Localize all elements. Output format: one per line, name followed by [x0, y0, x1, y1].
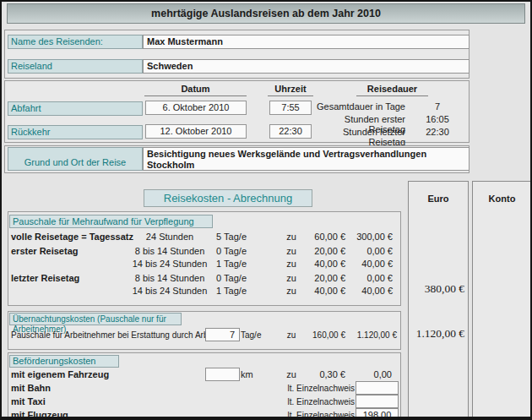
transport-row-note: lt. Einzelnachweis [280, 411, 355, 420]
column-header-date: Datum [144, 84, 247, 96]
transport-row-note: lt. Einzelnachweis [280, 384, 355, 395]
travel-expense-sheet: mehrtägige Auslandsreisen ab dem Jahr 20… [0, 0, 532, 420]
transport-bahn-input[interactable] [356, 381, 399, 395]
transport-section-header: Beförderungskosten [9, 355, 119, 368]
transport-flug-input[interactable]: 198,00 [356, 408, 399, 420]
transport-taxi-input[interactable] [356, 395, 399, 408]
column-header-time: Uhrzeit [268, 84, 313, 96]
meals-row-amount: 40,00 € [348, 259, 393, 270]
transport-km-unit: km [241, 369, 253, 379]
meals-row-rate: 40,00 € [297, 259, 345, 270]
reason-line1: Besichtigung neues Werksgelände und Vert… [147, 149, 465, 160]
euro-column-header: Euro [409, 194, 468, 204]
reason-label: Grund und Ort der Reise [8, 147, 143, 171]
country-field[interactable]: Schweden [143, 59, 470, 74]
reason-line2: Stockholm [147, 160, 465, 171]
duration-lastday-value: 22:30 [420, 127, 455, 139]
konto-column: Konto [472, 181, 532, 418]
lodging-unit-label: Tag/e [241, 330, 261, 340]
meals-row-label: letzter Reisetag [11, 273, 79, 283]
meals-row-rate: 60,00 € [297, 232, 345, 243]
transport-row-label: mit Flugzeug [11, 410, 68, 420]
meals-row-rate: 20,00 € [297, 273, 345, 285]
meals-section-header: Pauschale für Mehraufwand für Verpflegun… [9, 215, 213, 228]
return-label: Rückkehr [8, 125, 143, 139]
meals-row-days: 1 Tag/e [196, 286, 247, 297]
expense-section-title: Reisekosten - Abrechnung [144, 189, 312, 207]
lodging-section-header: Übernachtungskosten (Pauschale nur für A… [9, 313, 182, 325]
sheet-title: mehrtägige Auslandsreisen ab dem Jahr 20… [151, 8, 381, 19]
transport-car-amount: 0,00 [348, 369, 392, 381]
meals-row-days: 0 Tag/e [196, 273, 247, 285]
traveler-name-label: Name des Reisenden: [8, 35, 143, 49]
transport-row-label: mit Taxi [11, 396, 46, 406]
duration-total-label: Gesamtdauer in Tage [306, 101, 405, 113]
country-label: Reiseland [8, 59, 143, 74]
traveler-name-field[interactable]: Max Mustermann [143, 35, 470, 49]
sheet-title-bar: mehrtägige Auslandsreisen ab dem Jahr 20… [7, 3, 525, 24]
column-header-duration: Reisedauer [356, 84, 428, 96]
lodging-days-input[interactable]: 7 [205, 328, 240, 341]
euro-column: Euro 380,00 € 1.120,00 € [408, 181, 469, 418]
meals-row-rate: 20,00 € [297, 246, 345, 258]
return-date-field[interactable]: 12. Oktober 2010 [145, 124, 247, 139]
lodging-amount: 1.120,00 € [348, 330, 397, 342]
reason-field[interactable]: Besichtigung neues Werksgelände und Vert… [143, 147, 470, 171]
meals-row-amount: 40,00 € [348, 286, 393, 297]
transport-car-label: mit eigenem Fahrzeug [11, 369, 109, 379]
meals-row-amount: 0,00 € [348, 246, 393, 258]
meals-row-days: 5 Tag/e [196, 232, 247, 243]
duration-lastday-label: Stunden letzter Reisetag [306, 127, 405, 139]
duration-total-value: 7 [420, 101, 455, 113]
duration-firstday-label: Stunden erster Reisetag [306, 114, 405, 126]
lodging-euro-total: 1.120,00 € [409, 327, 464, 341]
lodging-rate: 160,00 € [297, 330, 345, 342]
duration-firstday-value: 16:05 [420, 114, 455, 126]
transport-car-rate: 0,30 € [297, 369, 345, 381]
departure-date-field[interactable]: 6. Oktober 2010 [145, 101, 247, 115]
meals-row-label: volle Reisetage = Tagessatz [11, 232, 133, 242]
transport-km-input[interactable] [205, 368, 240, 381]
meals-row-days: 0 Tag/e [196, 246, 247, 258]
meals-row-amount: 0,00 € [348, 273, 393, 285]
meals-row-rate: 40,00 € [297, 286, 345, 297]
transport-row-note: lt. Einzelnachweis [280, 397, 355, 409]
meals-row-days: 1 Tag/e [196, 259, 247, 270]
meals-euro-total: 380,00 € [409, 282, 464, 296]
konto-column-header: Konto [473, 194, 531, 204]
meals-row-amount: 300,00 € [348, 232, 393, 243]
departure-label: Abfahrt [8, 101, 143, 116]
transport-row-label: mit Bahn [11, 383, 51, 393]
meals-row-label: erster Reisetag [11, 246, 79, 256]
